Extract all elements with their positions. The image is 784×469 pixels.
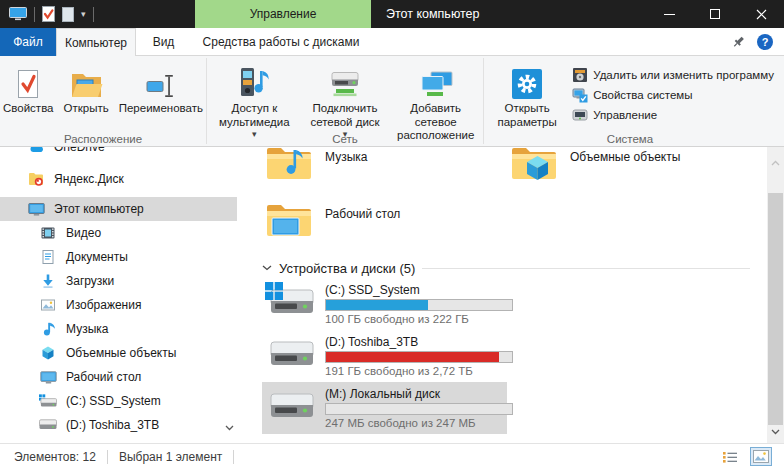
maximize-button[interactable] — [692, 0, 738, 28]
sidebar-item-pictures[interactable]: Изображения — [0, 293, 237, 317]
drive-icon — [267, 339, 315, 373]
properties-icon — [14, 61, 42, 99]
drive-tile-d[interactable]: (D:) Toshiba_3TB 191 ГБ свободно из 2,72… — [262, 330, 507, 382]
quick-access-toolbar: ▾ — [0, 6, 94, 22]
thumbnail-view-button[interactable] — [750, 447, 772, 466]
contextual-tab-header[interactable]: Управление — [195, 0, 371, 28]
drive-name: (C:) SSD_System — [325, 283, 513, 297]
tab-computer[interactable]: Компьютер — [56, 28, 136, 56]
folder-tiles: Музыка Объемные объекты Рабочий стол — [262, 147, 784, 255]
maximize-icon — [710, 9, 720, 19]
titlebar: ▾ Управление Этот компьютер — [0, 0, 784, 28]
settings-gear-icon — [512, 61, 542, 99]
view-toggles — [719, 447, 784, 466]
close-button[interactable] — [738, 0, 784, 28]
rename-button[interactable]: Переименовать — [114, 59, 208, 118]
3d-objects-folder-icon — [511, 147, 557, 181]
media-access-button[interactable]: Доступ к мультимедиа ▾ — [209, 59, 300, 142]
sidebar-item-yandex-disk[interactable]: Яндекс.Диск — [0, 167, 237, 191]
folder-tile-music[interactable]: Музыка — [262, 147, 507, 198]
this-pc-icon[interactable] — [9, 7, 27, 21]
properties-quick-icon[interactable] — [42, 6, 55, 22]
drive-list: (C:) SSD_System 100 ГБ свободно из 222 Г… — [262, 278, 507, 434]
tab-file[interactable]: Файл — [0, 28, 56, 56]
scrollbar-thumb[interactable] — [768, 193, 783, 425]
drive-tile-c[interactable]: (C:) SSD_System 100 ГБ свободно из 222 Г… — [262, 278, 507, 330]
status-separator — [233, 450, 234, 464]
folder-tile-3d-objects[interactable]: Объемные объекты — [507, 147, 752, 198]
music-icon — [39, 321, 57, 337]
scroll-down-icon[interactable] — [771, 421, 780, 439]
folder-tile-desktop[interactable]: Рабочий стол — [262, 198, 507, 255]
sidebar-item-video[interactable]: Видео — [0, 221, 237, 245]
drive-usage-bar — [325, 299, 513, 311]
manage-button[interactable]: Управление — [572, 107, 774, 123]
drive-usage-fill — [326, 300, 428, 310]
manage-icon — [572, 107, 588, 123]
close-icon — [756, 9, 767, 20]
windows-logo-icon — [265, 282, 283, 304]
desktop-folder-icon — [266, 200, 312, 238]
ribbon: Свойства Открыть Переименовать Расположе… — [0, 56, 784, 147]
customize-toolbar-chevron-icon[interactable]: ▾ — [81, 10, 86, 19]
details-view-icon — [722, 450, 738, 464]
file-list-pane: Музыка Объемные объекты Рабочий стол Уст… — [237, 147, 784, 443]
onedrive-cloud-icon — [27, 147, 45, 155]
open-settings-button[interactable]: Открыть параметры — [486, 59, 568, 131]
sidebar-scroll-down-icon[interactable] — [225, 417, 234, 435]
pin-ribbon-icon[interactable] — [731, 35, 746, 49]
sidebar-item-this-pc[interactable]: Этот компьютер — [0, 197, 237, 221]
properties-button[interactable]: Свойства — [0, 59, 59, 118]
window-controls — [646, 0, 784, 28]
drive-name: (D:) Toshiba_3TB — [325, 335, 513, 349]
group-label-network: Сеть — [207, 133, 483, 145]
add-network-location-button[interactable]: Добавить сетевое расположение — [390, 59, 481, 145]
folder-name: Объемные объекты — [570, 147, 680, 196]
sidebar-item-downloads[interactable]: Загрузки — [0, 269, 237, 293]
status-bar: Элементов: 12 Выбран 1 элемент — [0, 443, 784, 469]
scroll-up-icon[interactable] — [771, 152, 780, 170]
system-drive-icon — [267, 287, 315, 321]
map-network-drive-icon — [327, 61, 363, 99]
rename-icon — [145, 61, 177, 99]
new-item-icon[interactable] — [62, 7, 74, 22]
drive-icon — [39, 419, 57, 431]
open-folder-icon — [70, 61, 103, 99]
ribbon-group-system: Открыть параметры Удалить или изменить п… — [484, 56, 776, 146]
selection-count: Выбран 1 элемент — [119, 450, 222, 464]
drive-free-space: 247 МБ свободно из 247 МБ — [325, 417, 513, 429]
pictures-icon — [39, 297, 57, 313]
ribbon-group-location: Свойства Открыть Переименовать Расположе… — [0, 56, 206, 146]
details-view-button[interactable] — [719, 447, 741, 466]
sidebar-item-3d-objects[interactable]: Объемные объекты — [0, 341, 237, 365]
items-count: Элементов: 12 — [14, 450, 96, 464]
uninstall-program-button[interactable]: Удалить или изменить программу — [572, 67, 774, 83]
tab-disk-tools[interactable]: Средства работы с дисками — [191, 28, 371, 56]
sidebar-item-onedrive[interactable]: OneDrive — [0, 147, 237, 159]
sidebar-item-drive-c[interactable]: (C:) SSD_System — [0, 389, 237, 413]
tab-view[interactable]: Вид — [136, 28, 191, 56]
folder-name: Музыка — [325, 147, 367, 196]
add-network-location-icon — [418, 61, 454, 99]
drive-icon — [267, 391, 315, 425]
system-drive-icon — [39, 394, 57, 408]
minimize-icon — [664, 14, 675, 15]
ribbon-group-network: Доступ к мультимедиа ▾ Подключить сетево… — [207, 56, 483, 146]
sidebar-item-music[interactable]: Музыка — [0, 317, 237, 341]
map-network-drive-button[interactable]: Подключить сетевой диск ▾ — [300, 59, 391, 142]
drive-tile-m[interactable]: (M:) Локальный диск 247 МБ свободно из 2… — [262, 382, 507, 434]
documents-icon — [39, 249, 57, 265]
help-button[interactable]: ? — [757, 34, 773, 50]
open-button[interactable]: Открыть — [59, 59, 114, 118]
section-rule — [422, 268, 750, 269]
minimize-button[interactable] — [646, 0, 692, 28]
sidebar-item-drive-d[interactable]: (D:) Toshiba_3TB — [0, 413, 237, 437]
sidebar-item-desktop[interactable]: Рабочий стол — [0, 365, 237, 389]
vertical-scrollbar[interactable] — [767, 147, 784, 443]
sidebar-item-documents[interactable]: Документы — [0, 245, 237, 269]
drive-name: (M:) Локальный диск — [325, 387, 513, 401]
devices-and-drives-header[interactable]: Устройства и диски (5) — [262, 258, 784, 278]
music-folder-icon — [266, 147, 312, 181]
group-label-system: Система — [484, 133, 776, 145]
system-properties-button[interactable]: Свойства системы — [572, 87, 774, 103]
